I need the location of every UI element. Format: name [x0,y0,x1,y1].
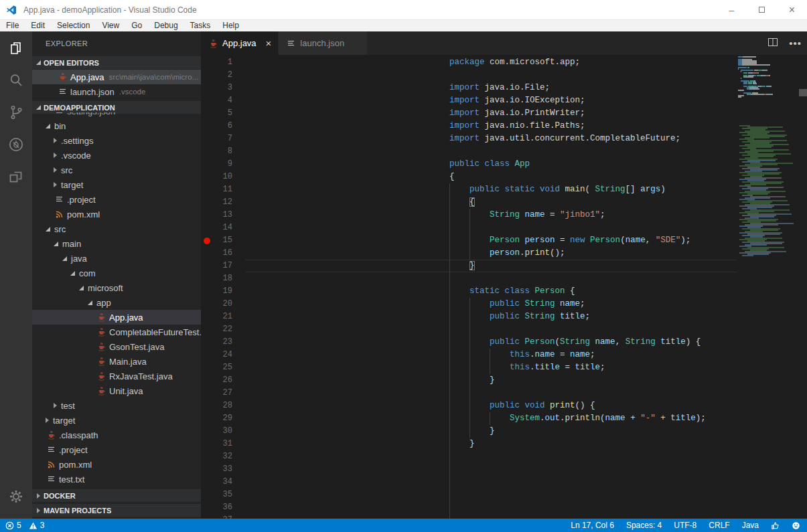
menu-item-help[interactable]: Help [216,20,245,31]
code-line-20[interactable]: 20 public String name; [201,298,807,311]
code-line-26[interactable]: 26 } [201,374,807,387]
more-actions-icon[interactable]: ••• [789,37,802,49]
status-encoding[interactable]: UTF-8 [674,521,696,530]
tree-folder-src[interactable]: src [32,163,201,177]
open-editors-header[interactable]: OPEN EDITORS [32,56,201,69]
code-line-36[interactable]: 36 [201,501,807,514]
tree-file-unit-java[interactable]: Unit.java [32,383,201,398]
git-branch-icon[interactable] [7,104,25,121]
maven-section-header[interactable]: MAVEN PROJECTS [32,504,201,517]
scrollbar-thumb[interactable] [799,89,807,96]
tree-file-rxjavatest-java[interactable]: RxJavaTest.java [32,369,201,383]
docker-section-header[interactable]: DOCKER [32,489,201,502]
tree-file-pom-xml[interactable]: pom.xml [32,207,201,221]
code-line-24[interactable]: 24 this.name = name; [201,349,807,361]
tree-file--project[interactable]: .project [32,192,201,207]
code-line-8[interactable]: 8 [201,145,807,158]
code-line-3[interactable]: 3import java.io.File; [201,82,807,94]
code-line-2[interactable]: 2 [201,69,807,82]
code-line-19[interactable]: 19 static class Person { [201,285,807,298]
menu-item-go[interactable]: Go [125,20,148,31]
code-editor[interactable]: 1package com.microsoft.app;23import java… [201,55,807,519]
status-eol[interactable]: CRLF [709,521,729,530]
tree-folder-target[interactable]: target [32,177,201,192]
tree-folder-app[interactable]: app [32,295,201,310]
open-editor-item-app-java[interactable]: App.javasrc\main\java\com\micro... [32,70,201,84]
code-line-29[interactable]: 29 System.out.println(name + "-" + title… [201,412,807,425]
code-line-14[interactable]: 14 [201,221,807,234]
tree-file-gsontest-java[interactable]: GsonTest.java [32,339,201,354]
code-line-27[interactable]: 27 [201,387,807,400]
status-language[interactable]: Java [742,521,759,530]
code-line-23[interactable]: 23 public Person(String name, String tit… [201,336,807,349]
code-line-1[interactable]: 1package com.microsoft.app; [201,56,807,69]
code-line-7[interactable]: 7import java.util.concurrent.Completable… [201,132,807,145]
code-line-10[interactable]: 10{ [201,171,807,183]
close-tab-icon[interactable]: × [266,38,272,48]
tree-folder-main[interactable]: main [32,236,201,251]
open-editor-item-launch-json[interactable]: launch.json.vscode [32,84,201,99]
tab-app-java[interactable]: App.java× [201,31,278,55]
code-line-13[interactable]: 13 String name = "jinbo1"; [201,209,807,221]
tree-file-test-txt[interactable]: test.txt [32,472,201,486]
tree-file-pom-xml[interactable]: pom.xml [32,457,201,472]
tree-folder--vscode[interactable]: .vscode [32,148,201,163]
code-line-6[interactable]: 6import java.nio.file.Paths; [201,120,807,132]
code-line-15[interactable]: 15 Person person = new Person(name, "SDE… [201,234,807,247]
status-warnings[interactable]: 3 [29,521,45,530]
code-line-11[interactable]: 11 public static void main( String[] arg… [201,183,807,196]
tree-folder-microsoft[interactable]: microsoft [32,280,201,295]
code-line-35[interactable]: 35 [201,489,807,501]
code-line-32[interactable]: 32 [201,450,807,463]
code-line-12[interactable]: 12 { [201,196,807,209]
menu-item-debug[interactable]: Debug [148,20,184,31]
tree-file-main-java[interactable]: Main.java [32,354,201,369]
tree-file-completablefuturetest-[interactable]: CompletableFutureTest.... [32,325,201,339]
code-line-9[interactable]: 9public class App [201,158,807,171]
code-line-34[interactable]: 34 [201,476,807,489]
tree-folder-src[interactable]: src [32,221,201,236]
tree-folder-target[interactable]: target [32,413,201,428]
code-line-21[interactable]: 21 public String title; [201,311,807,323]
menu-item-tasks[interactable]: Tasks [184,20,217,31]
code-line-16[interactable]: 16 person.print(); [201,247,807,260]
tree-file-settings-json[interactable]: settings.json [32,112,201,118]
code-line-5[interactable]: 5import java.io.PrintWriter; [201,107,807,120]
split-editor-icon[interactable] [767,37,778,50]
status-line-col[interactable]: Ln 17, Col 6 [571,521,614,530]
tree-folder-java[interactable]: java [32,251,201,266]
extensions-icon[interactable] [7,168,25,185]
code-line-25[interactable]: 25 this.title = title; [201,361,807,374]
search-icon[interactable] [7,72,25,89]
menu-item-edit[interactable]: Edit [25,20,51,31]
maximize-button[interactable] [747,0,777,20]
thumbsup-icon[interactable] [771,521,780,530]
tree-folder--settings[interactable]: .settings [32,133,201,148]
tab-launch-json[interactable]: launch.json [279,31,367,55]
overview-ruler[interactable] [799,55,807,519]
tree-file--project[interactable]: .project [32,442,201,457]
status-errors[interactable]: 5 [5,521,21,530]
menu-item-selection[interactable]: Selection [51,20,96,31]
debug-icon[interactable] [7,136,25,153]
smiley-icon[interactable] [792,521,800,530]
files-icon[interactable] [7,39,25,57]
code-line-4[interactable]: 4import java.io.IOException; [201,94,807,107]
menu-item-view[interactable]: View [96,20,125,31]
code-line-22[interactable]: 22 [201,323,807,336]
menu-item-file[interactable]: File [0,20,25,31]
gear-icon[interactable] [7,488,25,505]
tree-folder-test[interactable]: test [32,398,201,413]
code-line-30[interactable]: 30 } [201,425,807,438]
close-button[interactable]: × [777,0,807,20]
tree-folder-bin[interactable]: bin [32,118,201,133]
code-line-18[interactable]: 18 [201,272,807,285]
tree-folder-com[interactable]: com [32,266,201,280]
minimap[interactable] [737,55,799,519]
code-line-28[interactable]: 28 public void print() { [201,400,807,412]
status-indentation[interactable]: Spaces: 4 [626,521,662,530]
tree-file-app-java[interactable]: App.java [32,310,201,325]
code-line-17[interactable]: 17 } [201,260,807,272]
code-line-37[interactable]: 37 [201,514,807,519]
minimize-button[interactable]: – [717,0,747,20]
